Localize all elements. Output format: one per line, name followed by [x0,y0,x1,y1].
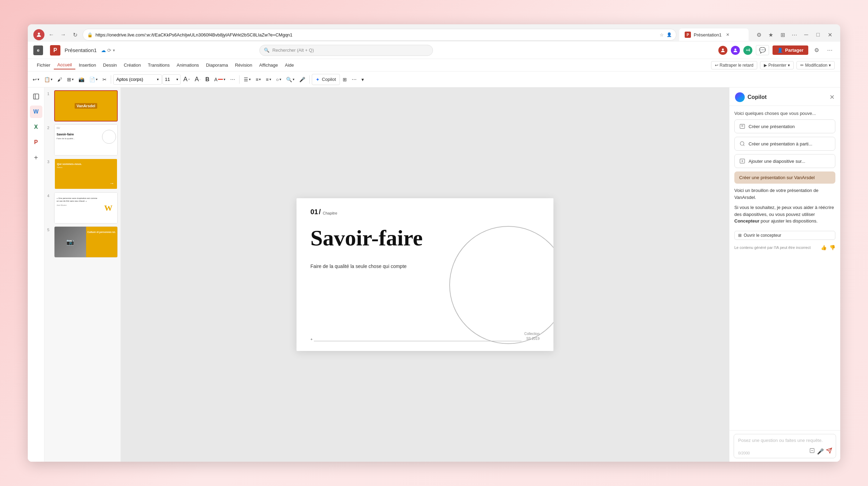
menu-affichage[interactable]: Affichage [256,61,282,69]
copilot-logo-icon [735,92,745,102]
copilot-close-button[interactable]: ✕ [829,93,835,101]
slide-area: 01 / Chapitre Savoir-faire Faire de la q… [121,87,729,462]
more-options-button[interactable]: ⋯ [825,45,835,55]
suggestion-add-slide[interactable]: Ajouter une diapositive sur... [734,154,835,168]
slide-size-button[interactable]: 📄▾ [87,74,100,85]
more-text-button[interactable]: ⋯ [228,74,237,85]
powerpoint-tab-icon: P [685,32,691,38]
thumbs-down-button[interactable]: 👎 [829,245,835,250]
close-tab-button[interactable]: ✕ [724,31,731,38]
menu-animations[interactable]: Animations [173,61,202,69]
forward-button[interactable]: → [58,30,68,40]
numbering-button[interactable]: ≡▾ [253,74,263,85]
copilot-header: Copilot ✕ [729,87,840,106]
font-size-selector[interactable]: 11 ▾ [162,74,181,85]
modify-button[interactable]: ✏ Modification ▾ [796,61,835,69]
title-bar-right: +4 💬 👤 Partager ⚙ ⋯ [718,45,835,55]
increase-font-button[interactable]: A+ [181,74,192,85]
dictate-button[interactable]: 🎤 [297,74,307,85]
comment-button[interactable]: 💬 [756,45,769,55]
suggestion-add-icon [739,158,746,165]
user-avatar-2[interactable] [731,46,740,55]
user-avatar-1[interactable] [718,46,727,55]
slide-main-title: Savoir-faire [310,226,423,250]
slide-num-4: 4 [47,194,52,198]
align-button[interactable]: ≡▾ [264,74,273,85]
screenshot-button[interactable]: 📸 [76,74,86,85]
menu-diaporama[interactable]: Diaporama [202,61,232,69]
maximize-button[interactable]: □ [813,30,823,40]
more-toolbar-button[interactable]: ⋯ [350,74,359,85]
attach-button[interactable] [809,448,815,455]
menu-dessin[interactable]: Dessin [100,61,120,69]
present-button[interactable]: ▶ Présenter ▾ [760,61,794,69]
search-bar[interactable]: 🔍 Rechercher (Alt + Q) [259,45,433,56]
layout-button[interactable]: ⊞▾ [65,74,76,85]
open-designer-button[interactable]: ⊞ Ouvrir le concepteur [734,231,835,240]
catch-up-button[interactable]: ↩ Rattraper le retard [711,61,757,69]
sidebar-powerpoint-icon[interactable]: P [30,136,42,149]
menu-revision[interactable]: Révision [232,61,256,69]
favorites-button[interactable]: ★ [766,30,776,40]
back-button[interactable]: ← [47,30,56,40]
menu-insertion[interactable]: Insertion [75,61,100,69]
add-app-button[interactable]: + [30,151,42,164]
bold-button[interactable]: B [203,74,211,85]
minimize-button[interactable]: ─ [801,30,811,40]
close-window-button[interactable]: ✕ [825,30,835,40]
shapes-button[interactable]: ○▾ [274,74,283,85]
chevron-down-icon[interactable]: ▾ [113,48,115,53]
catch-up-icon: ↩ [715,63,718,68]
voice-input-button[interactable]: 🎤 [817,448,824,455]
settings-button[interactable]: ⚙ [812,45,821,55]
sidebar-excel-icon[interactable]: X [30,121,42,133]
svg-rect-3 [33,94,39,99]
font-family-selector[interactable]: Aptos (corps) ▾ [113,74,162,85]
slide-panel: 1 VanArsdel 2 01/ Savoir-faire [44,87,121,462]
menu-fichier[interactable]: Fichier [33,61,54,69]
find-button[interactable]: 🔍▾ [284,74,297,85]
bullets-button[interactable]: ☰▾ [242,74,253,85]
table-grid-button[interactable]: ⊞ [341,74,349,85]
slide-thumb-3[interactable]: 3 Qui sommes-nous. Natus → [47,158,118,190]
share-button[interactable]: 👤 Partager [773,45,808,55]
refresh-button[interactable]: ↻ [70,30,80,40]
menu-transitions[interactable]: Transitions [144,61,173,69]
thumbs-up-button[interactable]: 👍 [821,245,827,250]
present-chevron-icon: ▾ [788,63,790,68]
browser-right-controls: ⚙ ★ ⊞ ⋯ ─ □ ✕ [754,30,835,40]
slide-num-1: 1 [47,92,52,96]
sidebar-edge-icon[interactable] [30,90,42,103]
collaborator-count[interactable]: +4 [743,46,752,55]
copilot-input-counter: 0/2000 [738,451,750,455]
crop-button[interactable]: ✂ [100,74,109,85]
extensions-button[interactable]: ⚙ [754,30,764,40]
send-button[interactable] [826,447,832,455]
copilot-button[interactable]: ✦ Copilot [312,74,340,85]
menu-accueil[interactable]: Accueil [54,61,75,69]
sidebar-word-icon[interactable]: W [30,106,42,118]
slide-thumb-4[interactable]: 4 « Une personne sans inspiration est co… [47,192,118,224]
star-icon: ☆ [660,32,664,37]
collections-button[interactable]: ⊞ [778,30,787,40]
suggestion-create-from[interactable]: Créer une présentation à parti... [734,137,835,151]
copilot-input-box[interactable]: Posez une question ou faites une requête… [734,434,836,458]
cta-vanarsdel-button[interactable]: Créer une présentation sur VanArsdel [734,171,835,184]
font-color-button[interactable]: A▾ [212,74,227,85]
format-painter-button[interactable]: 🖌 [55,74,64,85]
menu-creation[interactable]: Création [120,61,144,69]
slide-thumb-5[interactable]: 5 📷 Culture et personnes ici. [47,226,118,258]
address-bar[interactable]: 🔒 https://onedrive.live.com/:w:/t/EaCKkP… [83,29,676,41]
font-family-value: Aptos (corps) [116,77,143,82]
expand-toolbar-button[interactable]: ▾ [359,74,366,85]
slide-thumb-2[interactable]: 2 01/ Savoir-faire Faire de la qualité..… [47,124,118,156]
decrease-font-button[interactable]: A- [193,74,203,85]
more-button[interactable]: ⋯ [790,30,799,40]
slide-thumb-1[interactable]: 1 VanArsdel [47,90,118,122]
undo-button[interactable]: ↩▾ [31,74,41,85]
clipboard-button[interactable]: 📋▾ [42,74,55,85]
browser-tab-active[interactable]: P Présentation1 ✕ [679,28,749,41]
browser-profile-avatar[interactable] [33,29,44,40]
suggestion-create-presentation[interactable]: Créer une présentation [734,119,835,133]
menu-aide[interactable]: Aide [282,61,298,69]
